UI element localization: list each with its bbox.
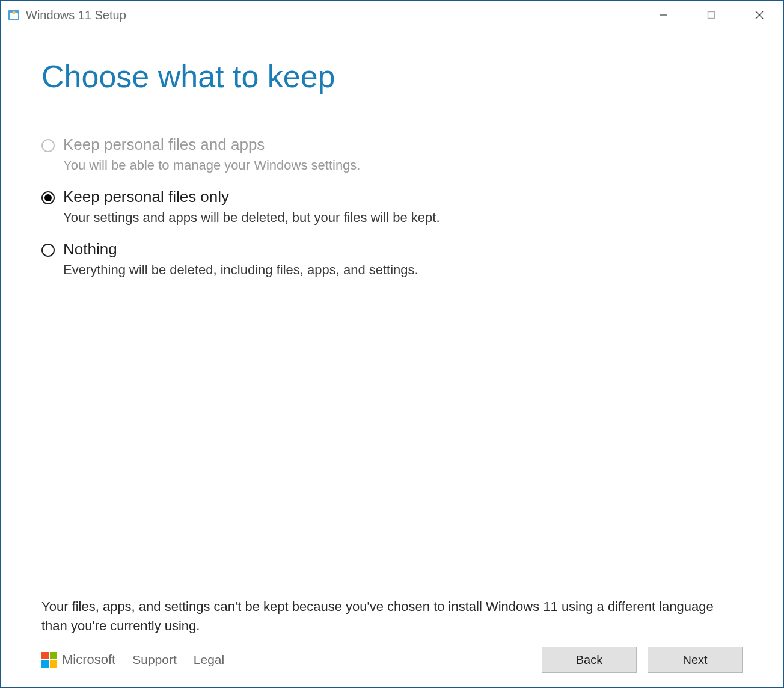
legal-link[interactable]: Legal	[194, 653, 224, 667]
option-nothing[interactable]: Nothing Everything will be deleted, incl…	[41, 240, 743, 278]
option-label: Nothing	[63, 240, 418, 259]
svg-point-2	[13, 11, 16, 14]
microsoft-logo-icon	[41, 652, 57, 668]
titlebar: Windows 11 Setup	[1, 1, 783, 29]
back-button[interactable]: Back	[542, 647, 637, 673]
option-description: You will be able to manage your Windows …	[63, 158, 360, 173]
option-description: Your settings and apps will be deleted, …	[63, 210, 440, 226]
radio-icon	[41, 139, 55, 152]
svg-rect-4	[708, 12, 715, 19]
support-link[interactable]: Support	[132, 653, 177, 667]
page-title: Choose what to keep	[41, 58, 743, 94]
window-title: Windows 11 Setup	[26, 8, 639, 22]
option-description: Everything will be deleted, including fi…	[63, 262, 418, 278]
footer: Your files, apps, and settings can't be …	[41, 597, 743, 687]
close-button[interactable]	[735, 1, 783, 29]
microsoft-label: Microsoft	[62, 652, 115, 668]
footer-note: Your files, apps, and settings can't be …	[41, 597, 743, 636]
radio-icon[interactable]	[41, 191, 55, 204]
maximize-button[interactable]	[687, 1, 735, 29]
radio-icon[interactable]	[41, 244, 55, 257]
svg-line-6	[756, 11, 763, 19]
option-label: Keep personal files only	[63, 188, 440, 206]
options-group: Keep personal files and apps You will be…	[41, 135, 743, 597]
content-area: Choose what to keep Keep personal files …	[1, 29, 783, 687]
next-button[interactable]: Next	[648, 647, 743, 673]
svg-line-5	[756, 11, 763, 19]
minimize-button[interactable]	[639, 1, 687, 29]
app-icon	[8, 9, 20, 21]
option-label: Keep personal files and apps	[63, 135, 360, 154]
option-keep-files-only[interactable]: Keep personal files only Your settings a…	[41, 188, 743, 226]
option-keep-files-and-apps: Keep personal files and apps You will be…	[41, 135, 743, 173]
microsoft-brand: Microsoft	[41, 652, 115, 668]
